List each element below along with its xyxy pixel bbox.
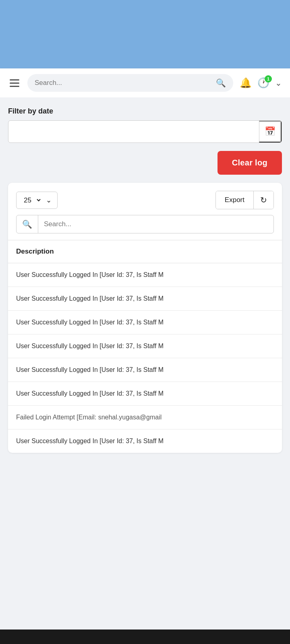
- log-description-cell: User Successfully Logged In [User Id: 37…: [8, 287, 282, 311]
- export-button[interactable]: Export: [216, 191, 254, 209]
- nav-search-icon: 🔍: [216, 78, 226, 88]
- notification-badge: 1: [265, 75, 272, 83]
- table-row: User Successfully Logged In [User Id: 37…: [8, 311, 282, 334]
- nav-search-input[interactable]: [35, 79, 212, 87]
- table-row: User Successfully Logged In [User Id: 37…: [8, 263, 282, 287]
- per-page-chevron-icon: ⌄: [46, 196, 52, 204]
- toolbar-row-2: 🔍: [16, 215, 274, 233]
- nav-search-bar: 🔍: [27, 74, 233, 92]
- clear-log-container: Clear log: [8, 151, 282, 175]
- table-search-icon: 🔍: [17, 215, 38, 233]
- clear-log-button[interactable]: Clear log: [218, 151, 282, 175]
- top-header-background: [0, 0, 290, 68]
- profile-chevron-button[interactable]: ⌄: [275, 78, 282, 88]
- table-search-input[interactable]: [38, 216, 273, 232]
- log-description-cell: Failed Login Attempt [Email: snehal.yuga…: [8, 406, 282, 429]
- log-description-cell: User Successfully Logged In [User Id: 37…: [8, 263, 282, 287]
- history-clock-button[interactable]: 🕐 1: [257, 77, 269, 89]
- table-row: User Successfully Logged In [User Id: 37…: [8, 358, 282, 382]
- nav-icons-group: 🔔 🕐 1 ⌄: [240, 77, 282, 89]
- log-description-cell: User Successfully Logged In [User Id: 37…: [8, 429, 282, 453]
- main-content: Filter by date 📅 Clear log 25 50 100 ⌄: [0, 97, 290, 644]
- calendar-picker-button[interactable]: 📅: [259, 121, 282, 142]
- toolbar-row-1: 25 50 100 ⌄ Export ↻: [16, 191, 274, 209]
- log-table: Description User Successfully Logged In …: [8, 240, 282, 453]
- table-row: User Successfully Logged In [User Id: 37…: [8, 429, 282, 453]
- refresh-button[interactable]: ↻: [254, 191, 273, 209]
- export-refresh-group: Export ↻: [215, 191, 274, 209]
- navigation-bar: 🔍 🔔 🕐 1 ⌄: [0, 68, 290, 97]
- log-description-cell: User Successfully Logged In [User Id: 37…: [8, 311, 282, 334]
- filter-label: Filter by date: [8, 107, 282, 116]
- notification-bell-button[interactable]: 🔔: [240, 77, 252, 89]
- table-row: Failed Login Attempt [Email: snehal.yuga…: [8, 406, 282, 429]
- table-row: User Successfully Logged In [User Id: 37…: [8, 287, 282, 311]
- date-filter-input[interactable]: [8, 121, 259, 142]
- bottom-bar: [0, 630, 290, 644]
- table-row: User Successfully Logged In [User Id: 37…: [8, 382, 282, 406]
- table-row: User Successfully Logged In [User Id: 37…: [8, 334, 282, 358]
- column-header-description: Description: [8, 240, 282, 263]
- per-page-selector[interactable]: 25 50 100 ⌄: [16, 192, 58, 209]
- per-page-select-dropdown[interactable]: 25 50 100: [22, 196, 42, 204]
- log-description-cell: User Successfully Logged In [User Id: 37…: [8, 382, 282, 406]
- filter-section: Filter by date 📅: [8, 107, 282, 143]
- log-table-card: 25 50 100 ⌄ Export ↻ 🔍: [8, 183, 282, 453]
- log-description-cell: User Successfully Logged In [User Id: 37…: [8, 358, 282, 382]
- hamburger-menu-button[interactable]: [8, 78, 21, 89]
- log-description-cell: User Successfully Logged In [User Id: 37…: [8, 334, 282, 358]
- date-filter-wrapper: 📅: [8, 120, 282, 143]
- table-toolbar: 25 50 100 ⌄ Export ↻ 🔍: [8, 183, 282, 240]
